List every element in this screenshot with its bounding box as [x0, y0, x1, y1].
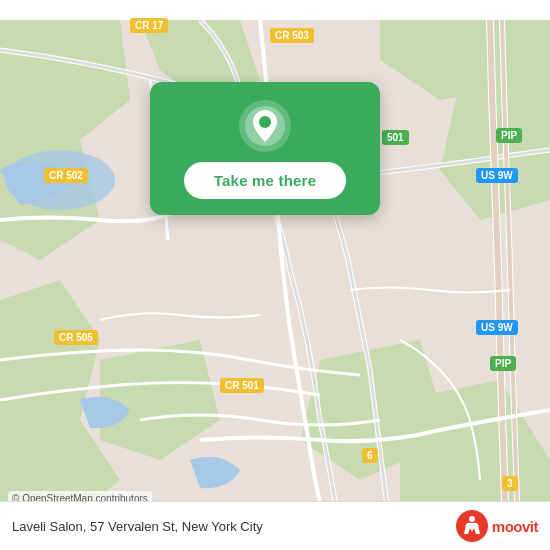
label-us9w-1: US 9W: [476, 168, 518, 183]
address-label: Laveli Salon, 57 Vervalen St, New York C…: [12, 519, 263, 534]
label-pip-1: PIP: [496, 128, 522, 143]
moovit-brand-text: moovit: [492, 518, 538, 535]
map-container: CR 17 CR 503 CR 502 CR 505 CR 501 501 US…: [0, 0, 550, 550]
svg-point-16: [469, 516, 475, 522]
label-cr505: CR 505: [54, 330, 98, 345]
location-pin-icon: [239, 100, 291, 152]
moovit-logo: moovit: [456, 510, 538, 542]
label-501: 501: [382, 130, 409, 145]
label-pip-2: PIP: [490, 356, 516, 371]
label-us9w-2: US 9W: [476, 320, 518, 335]
moovit-icon: [456, 510, 488, 542]
label-6: 6: [362, 448, 378, 463]
label-cr503: CR 503: [270, 28, 314, 43]
label-3: 3: [502, 476, 518, 491]
svg-point-14: [259, 116, 271, 128]
label-cr501: CR 501: [220, 378, 264, 393]
bottom-bar: Laveli Salon, 57 Vervalen St, New York C…: [0, 501, 550, 550]
take-me-there-button[interactable]: Take me there: [184, 162, 346, 199]
label-cr502: CR 502: [44, 168, 88, 183]
location-card: Take me there: [150, 82, 380, 215]
label-cr17: CR 17: [130, 18, 168, 33]
